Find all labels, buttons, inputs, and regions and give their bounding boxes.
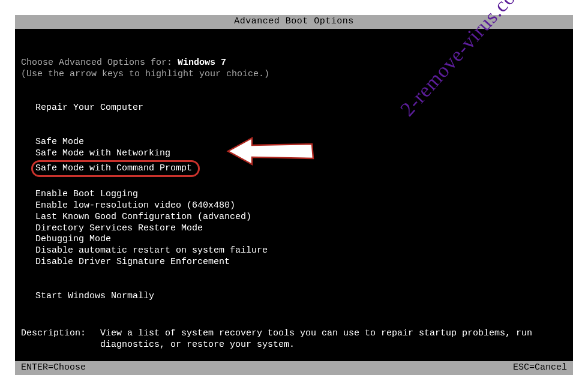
advanced-options-group: Enable Boot Logging Enable low-resolutio… (35, 189, 567, 268)
footer-bar: ENTER=Choose ESC=Cancel (15, 361, 573, 375)
os-name: Windows 7 (178, 58, 226, 68)
safe-mode-group: Safe Mode Safe Mode with Networking Safe… (35, 137, 567, 177)
footer-enter: ENTER=Choose (21, 362, 86, 374)
title-bar: Advanced Boot Options (15, 15, 573, 29)
option-safe-mode-cmd[interactable]: Safe Mode with Command Prompt (31, 160, 200, 178)
option-boot-logging[interactable]: Enable Boot Logging (35, 189, 567, 200)
option-disable-auto-restart[interactable]: Disable automatic restart on system fail… (35, 245, 567, 257)
choose-prefix: Choose Advanced Options for: (21, 58, 178, 68)
option-debugging[interactable]: Debugging Mode (35, 234, 567, 245)
description-row: Description: View a list of system recov… (21, 328, 567, 351)
option-ds-restore[interactable]: Directory Services Restore Mode (35, 223, 567, 235)
choose-line: Choose Advanced Options for: Windows 7 (21, 58, 567, 69)
option-low-res[interactable]: Enable low-resolution video (640x480) (35, 200, 567, 212)
boot-options-screen: Advanced Boot Options Choose Advanced Op… (15, 15, 573, 375)
content-area: Choose Advanced Options for: Windows 7 (… (15, 58, 573, 351)
option-disable-driver-sig[interactable]: Disable Driver Signature Enforcement (35, 257, 567, 268)
repair-option[interactable]: Repair Your Computer (35, 103, 567, 114)
footer-esc: ESC=Cancel (513, 362, 567, 374)
option-safe-mode-networking[interactable]: Safe Mode with Networking (35, 148, 567, 160)
option-last-known-good[interactable]: Last Known Good Configuration (advanced) (35, 212, 567, 223)
option-start-normally[interactable]: Start Windows Normally (35, 291, 567, 302)
option-safe-mode[interactable]: Safe Mode (35, 137, 567, 148)
description-text: View a list of system recovery tools you… (100, 328, 567, 351)
hint-line: (Use the arrow keys to highlight your ch… (21, 69, 567, 80)
description-label: Description: (21, 328, 100, 351)
